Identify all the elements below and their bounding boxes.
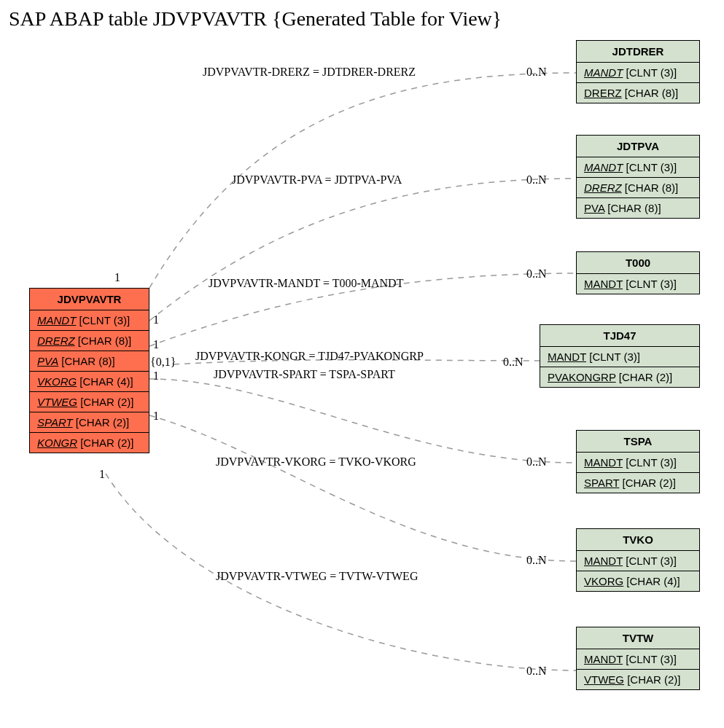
field: VKORG [CHAR (4)] <box>30 372 149 392</box>
entity-tvtw: TVTW MANDT [CLNT (3)] VTWEG [CHAR (2)] <box>576 627 700 690</box>
field: MANDT [CLNT (3)] <box>577 157 699 178</box>
entity-header: JDVPVAVTR <box>30 289 149 310</box>
edge-label: JDVPVAVTR-SPART = TSPA-SPART <box>214 368 395 381</box>
field: VTWEG [CHAR (2)] <box>577 670 699 689</box>
edge-label: JDVPVAVTR-PVA = JDTPVA-PVA <box>232 173 402 187</box>
entity-header: TVTW <box>577 627 699 649</box>
field: MANDT [CLNT (3)] <box>577 274 699 294</box>
cardinality-source: 1 <box>153 338 159 351</box>
field: SPART [CHAR (2)] <box>30 412 149 433</box>
entity-header: T000 <box>577 252 699 274</box>
field: MANDT [CLNT (3)] <box>540 347 699 367</box>
field: VKORG [CHAR (4)] <box>577 571 699 591</box>
edge-label: JDVPVAVTR-MANDT = T000-MANDT <box>209 277 403 290</box>
entity-t000: T000 MANDT [CLNT (3)] <box>576 251 700 294</box>
entity-jdtdrer: JDTDRER MANDT [CLNT (3)] DRERZ [CHAR (8)… <box>576 40 700 103</box>
field: PVA [CHAR (8)] <box>577 198 699 218</box>
entity-tspa: TSPA MANDT [CLNT (3)] SPART [CHAR (2)] <box>576 430 700 493</box>
field: KONGR [CHAR (2)] <box>30 433 149 453</box>
entity-jdtpva: JDTPVA MANDT [CLNT (3)] DRERZ [CHAR (8)]… <box>576 135 700 219</box>
entity-tjd47: TJD47 MANDT [CLNT (3)] PVAKONGRP [CHAR (… <box>540 324 700 388</box>
page-title: SAP ABAP table JDVPVAVTR {Generated Tabl… <box>9 7 502 31</box>
entity-header: TVKO <box>577 529 699 551</box>
field: SPART [CHAR (2)] <box>577 473 699 493</box>
field: PVAKONGRP [CHAR (2)] <box>540 367 699 387</box>
entity-header: JDTDRER <box>577 41 699 63</box>
cardinality-source: {0,1} <box>150 356 176 369</box>
cardinality-target: 0..N <box>526 267 547 281</box>
cardinality-target: 0..N <box>526 455 547 469</box>
field: MANDT [CLNT (3)] <box>30 310 149 331</box>
field: VTWEG [CHAR (2)] <box>30 392 149 412</box>
cardinality-target: 0..N <box>526 173 547 187</box>
field: DRERZ [CHAR (8)] <box>30 331 149 351</box>
entity-header: TSPA <box>577 431 699 453</box>
cardinality-source: 1 <box>114 271 120 284</box>
cardinality-target: 0..N <box>526 665 547 678</box>
field: DRERZ [CHAR (8)] <box>577 178 699 198</box>
cardinality-source: 1 <box>99 468 105 481</box>
cardinality-target: 0..N <box>526 554 547 567</box>
cardinality-source: 1 <box>153 313 159 326</box>
edge-label: JDVPVAVTR-VKORG = TVKO-VKORG <box>216 455 416 469</box>
entity-jdvpvavtr: JDVPVAVTR MANDT [CLNT (3)] DRERZ [CHAR (… <box>29 288 149 453</box>
field: DRERZ [CHAR (8)] <box>577 83 699 103</box>
field: MANDT [CLNT (3)] <box>577 551 699 571</box>
field: MANDT [CLNT (3)] <box>577 453 699 473</box>
cardinality-source: 1 <box>153 410 159 423</box>
field: PVA [CHAR (8)] <box>30 351 149 372</box>
cardinality-source: 1 <box>153 369 159 383</box>
edge-label: JDVPVAVTR-KONGR = TJD47-PVAKONGRP <box>195 350 424 363</box>
cardinality-target: 0..N <box>526 66 547 79</box>
field: MANDT [CLNT (3)] <box>577 63 699 83</box>
edge-label: JDVPVAVTR-DRERZ = JDTDRER-DRERZ <box>203 66 416 79</box>
field: MANDT [CLNT (3)] <box>577 649 699 670</box>
cardinality-target: 0..N <box>503 356 523 369</box>
entity-tvko: TVKO MANDT [CLNT (3)] VKORG [CHAR (4)] <box>576 528 700 592</box>
edge-label: JDVPVAVTR-VTWEG = TVTW-VTWEG <box>216 570 418 583</box>
entity-header: TJD47 <box>540 325 699 347</box>
entity-header: JDTPVA <box>577 136 699 157</box>
